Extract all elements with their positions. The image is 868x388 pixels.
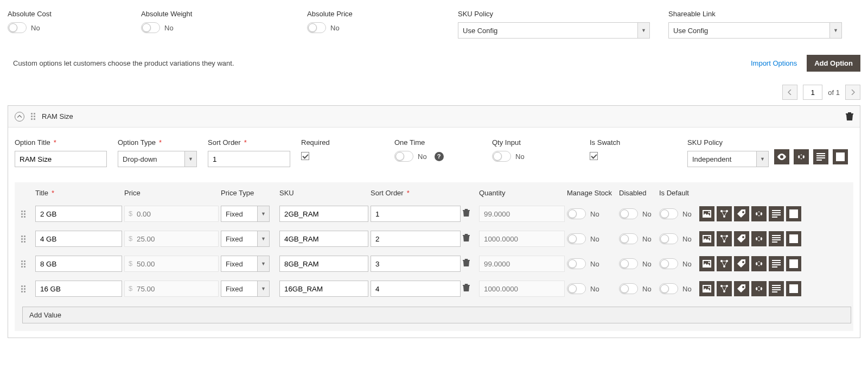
tier-price-button[interactable] — [734, 231, 749, 246]
dependency-button[interactable] — [717, 256, 732, 271]
delete-value-button[interactable] — [463, 234, 477, 244]
add-value-button[interactable]: Add Value — [22, 307, 851, 323]
disabled-toggle[interactable] — [619, 283, 638, 294]
option-sort-order-input[interactable] — [208, 151, 290, 167]
pager-next-button[interactable] — [845, 85, 860, 100]
disabled-toggle[interactable] — [619, 233, 638, 244]
drag-handle-icon[interactable] — [21, 236, 33, 243]
value-price-input[interactable] — [124, 231, 219, 247]
option-title-input[interactable] — [15, 151, 107, 167]
value-sku-input[interactable] — [279, 231, 368, 247]
required-checkbox[interactable] — [301, 152, 309, 160]
value-sku-input[interactable] — [279, 256, 368, 272]
manage-stock-toggle[interactable] — [567, 283, 586, 294]
drag-handle-icon[interactable] — [21, 211, 33, 218]
dependency-button[interactable] — [717, 231, 732, 246]
dependency-button[interactable] — [717, 281, 732, 296]
template-button[interactable] — [833, 149, 848, 164]
absolute-weight-label: Absolute Weight — [141, 10, 307, 18]
template-button[interactable] — [786, 231, 801, 246]
settings-button[interactable] — [751, 206, 767, 221]
image-button[interactable] — [699, 231, 714, 246]
description-button[interactable] — [769, 231, 784, 246]
settings-button[interactable] — [794, 149, 809, 164]
value-sku-input[interactable] — [279, 206, 368, 222]
delete-value-button[interactable] — [463, 284, 477, 294]
drag-handle-icon[interactable] — [21, 260, 33, 268]
manage-stock-toggle[interactable] — [567, 233, 586, 244]
tier-price-button[interactable] — [734, 256, 749, 271]
drag-handle-icon[interactable] — [21, 285, 33, 292]
is-swatch-checkbox[interactable] — [590, 152, 598, 160]
value-price-input[interactable] — [124, 206, 219, 222]
option-sku-policy-select[interactable]: Independent ▼ — [687, 151, 769, 167]
value-title-input[interactable] — [35, 231, 122, 247]
value-sort-order-input[interactable] — [371, 256, 461, 272]
qty-input-toggle[interactable] — [492, 151, 511, 162]
template-button[interactable] — [786, 256, 801, 271]
value-title-input[interactable] — [35, 281, 122, 297]
description-button[interactable] — [769, 256, 784, 271]
value-price-type-select[interactable]: Fixed▼ — [221, 206, 270, 222]
value-title-input[interactable] — [35, 256, 122, 272]
disabled-toggle[interactable] — [619, 208, 638, 219]
template-button[interactable] — [786, 281, 801, 296]
absolute-cost-toggle[interactable] — [8, 22, 27, 33]
sku-policy-top-select[interactable]: Use Config ▼ — [458, 22, 650, 39]
value-price-input[interactable] — [124, 281, 219, 297]
absolute-price-toggle[interactable] — [307, 22, 326, 33]
value-quantity-input[interactable] — [479, 206, 565, 222]
manage-stock-toggle[interactable] — [567, 208, 586, 219]
value-sort-order-input[interactable] — [371, 281, 461, 297]
image-button[interactable] — [699, 206, 714, 221]
settings-button[interactable] — [751, 281, 767, 296]
disabled-value: No — [642, 285, 652, 293]
tier-price-button[interactable] — [734, 281, 749, 296]
tier-price-button[interactable] — [734, 206, 749, 221]
absolute-weight-toggle[interactable] — [141, 22, 160, 33]
one-time-toggle[interactable] — [394, 151, 413, 162]
is-default-value: No — [682, 210, 692, 218]
description-button[interactable] — [769, 206, 784, 221]
value-sort-order-input[interactable] — [371, 206, 461, 222]
value-price-type-select[interactable]: Fixed▼ — [221, 256, 270, 272]
image-button[interactable] — [699, 256, 714, 271]
value-title-input[interactable] — [35, 206, 122, 222]
value-price-input[interactable] — [124, 256, 219, 272]
value-sort-order-input[interactable] — [371, 231, 461, 247]
delete-option-button[interactable] — [846, 112, 853, 121]
is-default-toggle[interactable] — [659, 208, 678, 219]
gear-icon — [797, 152, 806, 161]
settings-button[interactable] — [751, 231, 767, 246]
visibility-button[interactable] — [774, 149, 789, 164]
settings-button[interactable] — [751, 256, 767, 271]
value-price-type-select[interactable]: Fixed▼ — [221, 281, 270, 297]
pager-prev-button[interactable] — [782, 85, 797, 100]
add-option-button[interactable]: Add Option — [807, 55, 860, 72]
is-default-toggle[interactable] — [659, 283, 678, 294]
is-default-toggle[interactable] — [659, 233, 678, 244]
value-quantity-input[interactable] — [479, 231, 565, 247]
value-price-type-select[interactable]: Fixed▼ — [221, 231, 270, 247]
manage-stock-toggle[interactable] — [567, 258, 586, 269]
delete-value-button[interactable] — [463, 259, 477, 269]
description-button[interactable] — [769, 281, 784, 296]
image-button[interactable] — [699, 281, 714, 296]
option-type-select[interactable]: Drop-down ▼ — [118, 151, 197, 167]
description-button[interactable] — [813, 149, 828, 164]
shareable-link-select[interactable]: Use Config ▼ — [668, 22, 842, 39]
collapse-option-button[interactable] — [15, 112, 24, 122]
import-options-link[interactable]: Import Options — [751, 59, 797, 67]
delete-value-button[interactable] — [463, 209, 477, 219]
is-default-toggle[interactable] — [659, 258, 678, 269]
help-icon[interactable]: ? — [435, 152, 444, 161]
absolute-price-value: No — [330, 24, 340, 32]
disabled-toggle[interactable] — [619, 258, 638, 269]
value-sku-input[interactable] — [279, 281, 368, 297]
template-button[interactable] — [786, 206, 801, 221]
pager-page-input[interactable] — [803, 85, 822, 100]
drag-handle-icon[interactable] — [31, 113, 35, 120]
value-quantity-input[interactable] — [479, 256, 565, 272]
value-quantity-input[interactable] — [479, 281, 565, 297]
dependency-button[interactable] — [717, 206, 732, 221]
